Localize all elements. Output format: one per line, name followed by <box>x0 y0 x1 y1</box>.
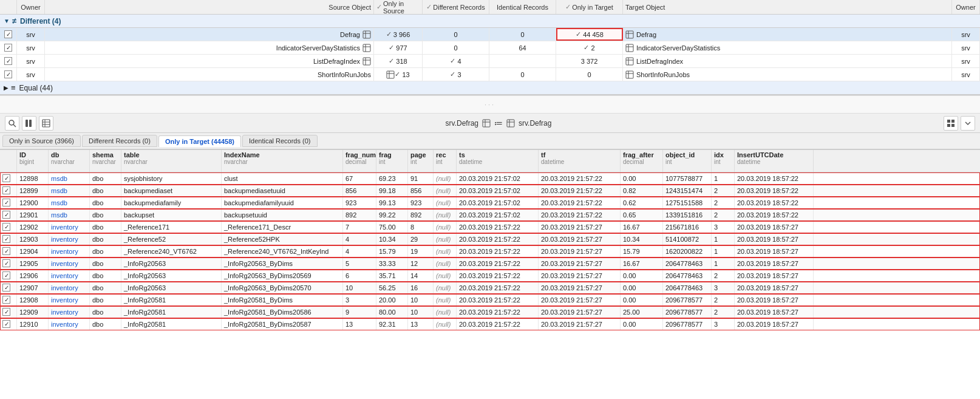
table-icon <box>362 57 371 66</box>
table-row: ✓ srv Defrag ✓ 3 966 0 0 ✓ 44 458 Defrag… <box>0 28 980 41</box>
idx-cell: 3 <box>712 221 735 233</box>
row-checkbox[interactable]: ✓ <box>0 233 17 245</box>
grid-icon-btn[interactable] <box>944 116 958 131</box>
svg-rect-32 <box>483 120 490 127</box>
owner-col-header: Owner <box>17 0 45 14</box>
table-cell: backupmediafamily <box>121 197 222 208</box>
frag-num-cell: 5 <box>343 257 376 269</box>
row-checkbox[interactable]: ✓ <box>0 282 17 293</box>
indexname-cell: _InfoRg20563_ByDims <box>222 257 343 269</box>
tf-cell: 20.03.2019 21:57:22 <box>539 172 621 184</box>
object-id-cell: 1243151474 <box>663 185 712 196</box>
expand-different-arrow[interactable]: ▼ <box>4 18 10 24</box>
table-col-header: table nvarchar <box>121 150 222 172</box>
indexname-cell: _InfoRg20563_ByDims20569 <box>222 270 343 281</box>
only-in-source-cell: ✓ 977 <box>374 41 423 54</box>
insert-cell: 20.03.2019 18:57:27 <box>735 318 814 330</box>
target-obj-col-header: Target Object <box>623 0 952 14</box>
search-icon-btn[interactable] <box>5 116 19 131</box>
different-group-header[interactable]: ▼ ≠ Different (4) <box>0 15 980 28</box>
id-cell: 12908 <box>17 294 49 305</box>
insert-cell: 20.03.2019 18:57:22 <box>735 209 814 220</box>
db-cell: inventory <box>49 257 90 269</box>
table-cell: backupmediaset <box>121 185 222 196</box>
indexname-cell: _Reference171_Descr <box>222 221 343 233</box>
table-row: ✓ 12902 inventory dbo _Reference171 _Ref… <box>0 221 980 233</box>
row-checkbox[interactable]: ✓ <box>0 28 17 41</box>
idx-cell: 2 <box>712 209 735 220</box>
indexname-cell: _Reference240_VT6762_IntKeyInd <box>222 245 343 257</box>
equal-group-header[interactable]: ▶ ≡ Equal (44) <box>0 81 980 95</box>
row-checkbox[interactable]: ✓ <box>0 209 17 220</box>
svg-point-24 <box>9 120 14 125</box>
frag-num-cell: 67 <box>343 172 376 184</box>
row-checkbox[interactable]: ✓ <box>0 172 17 184</box>
object-id-cell: 2096778577 <box>663 306 712 318</box>
expand-equal-arrow[interactable]: ▶ <box>4 84 9 91</box>
chevron-down-icon-btn[interactable] <box>961 116 975 131</box>
frag-after-col-header: frag_after decimal <box>621 150 663 172</box>
page-cell: 19 <box>408 245 434 257</box>
table-icon-btn[interactable] <box>39 116 53 131</box>
diff-records-cell: ✓ 3 <box>423 68 489 81</box>
chk-col <box>0 150 17 172</box>
only-in-target-cell-highlighted: ✓ 44 458 <box>556 28 623 41</box>
frag-num-cell: 13 <box>343 318 376 330</box>
tab-identical-records[interactable]: Identical Records (0) <box>242 135 318 147</box>
row-checkbox[interactable]: ✓ <box>0 68 17 81</box>
frag-after-cell: 0.62 <box>621 197 663 208</box>
shema-cell: dbo <box>90 306 121 318</box>
table-cell: _InfoRg20563 <box>121 270 222 281</box>
table-cell: _InfoRg20581 <box>121 318 222 330</box>
owner-cell: srv <box>17 68 45 81</box>
columns-icon-btn[interactable] <box>22 116 36 131</box>
row-checkbox[interactable]: ✓ <box>0 197 17 208</box>
row-checkbox[interactable]: ✓ <box>0 294 17 305</box>
svg-rect-40 <box>947 124 950 127</box>
row-checkbox[interactable]: ✓ <box>0 270 17 281</box>
tf-col-header: tf datetime <box>539 150 621 172</box>
rec-cell: (null) <box>434 294 457 305</box>
indexname-cell: clust <box>222 172 343 184</box>
db-cell: inventory <box>49 294 90 305</box>
row-checkbox[interactable]: ✓ <box>0 306 17 318</box>
row-checkbox[interactable]: ✓ <box>0 221 17 233</box>
row-checkbox[interactable]: ✓ <box>0 41 17 54</box>
row-checkbox[interactable]: ✓ <box>0 185 17 196</box>
table-cell: _InfoRg20563 <box>121 257 222 269</box>
table-cell: _InfoRg20581 <box>121 306 222 318</box>
object-id-cell: 2064778463 <box>663 282 712 293</box>
table-cell: _InfoRg20581 <box>121 294 222 305</box>
row-checkbox[interactable]: ✓ <box>0 257 17 269</box>
indexname-cell: _InfoRg20581_ByDims20587 <box>222 318 343 330</box>
indexname-cell: _InfoRg20581_ByDims20586 <box>222 306 343 318</box>
id-cell: 12901 <box>17 209 49 220</box>
shema-cell: dbo <box>90 233 121 245</box>
tab-different-records[interactable]: Different Records (0) <box>82 135 157 147</box>
table-icon <box>625 57 634 66</box>
target-obj-cell: ShortInfoRunJobs <box>623 68 952 81</box>
only-in-target-col-header: ✓ Only in Target <box>556 0 623 14</box>
page-cell: 16 <box>408 282 434 293</box>
search-icon <box>8 119 16 128</box>
row-checkbox[interactable]: ✓ <box>0 318 17 330</box>
svg-rect-27 <box>29 120 32 127</box>
page-cell: 14 <box>408 270 434 281</box>
table-cell: _Reference240_VT6762 <box>121 245 222 257</box>
frag-after-cell: 0.00 <box>621 318 663 330</box>
tab-only-in-target[interactable]: Only in Target (44458) <box>158 135 241 147</box>
table-icon <box>362 44 371 52</box>
insert-cell: 20.03.2019 18:57:27 <box>735 221 814 233</box>
row-checkbox[interactable]: ✓ <box>0 245 17 257</box>
indexname-cell: _InfoRg20563_ByDims20570 <box>222 282 343 293</box>
tab-only-in-source[interactable]: Only in Source (3966) <box>2 135 81 147</box>
tf-cell: 20.03.2019 21:57:27 <box>539 294 621 305</box>
db-cell: inventory <box>49 270 90 281</box>
row-checkbox[interactable]: ✓ <box>0 55 17 67</box>
shema-col-header: shema nvarchar <box>90 150 121 172</box>
table-row: ✓ 12909 inventory dbo _InfoRg20581 _Info… <box>0 306 980 318</box>
frag-after-cell: 25.00 <box>621 306 663 318</box>
page-cell: 892 <box>408 209 434 220</box>
indexname-col-header: IndexName nvarchar <box>222 150 343 172</box>
page-col-header: page int <box>408 150 434 172</box>
